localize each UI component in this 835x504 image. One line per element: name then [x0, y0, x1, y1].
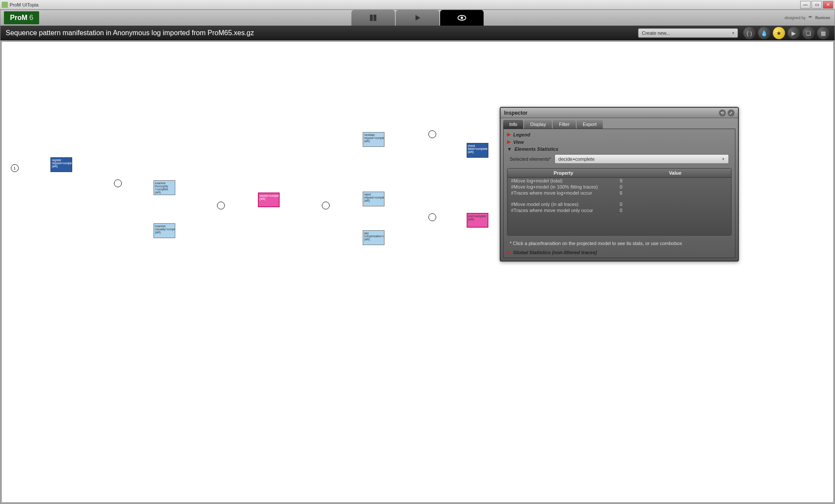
section-legend[interactable]: ▶ Legend [505, 131, 733, 138]
brand-label: fluxicon [815, 16, 830, 20]
minimize-button[interactable]: — [800, 1, 811, 9]
collapsed-arrow-icon: ▶ [507, 249, 511, 255]
stats-table-header: Property Value [508, 169, 731, 178]
svg-marker-2 [415, 15, 420, 21]
drop-icon[interactable]: 💧 [758, 27, 770, 39]
petri-transition[interactable]: reject request+complete (a/6) [363, 192, 384, 206]
svg-point-4 [461, 17, 463, 19]
stats-row: #Move log+model (in 100% fitting traces)… [508, 184, 731, 190]
maximize-button[interactable]: ▭ [812, 1, 822, 9]
stack-icon[interactable]: ❏ [802, 27, 815, 39]
stats-table-body: #Move log+model (total)9#Move log+model … [508, 178, 731, 213]
petri-place[interactable] [114, 179, 122, 187]
petri-transition[interactable]: examine casually+complete (a/6) [154, 223, 175, 238]
svg-rect-1 [374, 15, 376, 21]
app-icon [2, 2, 8, 8]
create-new-dropdown[interactable]: Create new... [638, 28, 738, 38]
stats-cell-value: 0 [616, 184, 731, 189]
window-titlebar: ProM UITopia — ▭ ✕ [0, 0, 835, 10]
stats-cell-property: #Move log+model (in 100% fitting traces) [508, 184, 616, 189]
stats-table: Property Value #Move log+model (total)9#… [507, 168, 731, 235]
workspace-icon [368, 13, 378, 23]
logo-version: 6 [29, 14, 33, 21]
stats-cell-value: 9 [616, 178, 731, 183]
petri-place[interactable]: 1 [11, 164, 19, 172]
app-container: ProM 6 designed by fluxicon Sequence pat… [0, 10, 835, 504]
play-action-icon[interactable]: ▶ [788, 27, 800, 39]
action-icons: ( ) 💧 ★ ▶ ❏ ▦ [743, 27, 829, 39]
stats-cell-value: 0 [616, 202, 731, 207]
inspector-title: Inspector [504, 110, 719, 116]
stats-th-property: Property [508, 169, 619, 177]
stats-cell-property: #Traces where move model only occur [508, 208, 616, 213]
section-elements-stats-label: Elements Statistics [514, 146, 558, 152]
inspector-tabs: InfoDisplayFilterExport [501, 118, 738, 129]
petri-transition[interactable]: decide+complete (a/6) [258, 192, 280, 207]
stats-cell-value: 6 [616, 190, 731, 196]
second-bar: Sequence pattern manifestation in Anonym… [0, 26, 835, 40]
window-controls: — ▭ ✕ [800, 1, 833, 9]
stats-th-value: Value [619, 169, 731, 177]
inspector-panel[interactable]: Inspector ⟲ ⤢ InfoDisplayFilterExport ▶ … [500, 107, 739, 262]
inspector-hint: * Click a place/transition on the projec… [505, 238, 733, 249]
petri-place[interactable] [428, 213, 436, 221]
collapsed-arrow-icon: ▶ [507, 139, 511, 145]
tab-workspace[interactable] [351, 10, 395, 26]
stats-row: #Move log+model (total)9 [508, 178, 731, 184]
selected-elements-row: Selected elements* decide+complete [505, 153, 733, 166]
petri-place[interactable] [217, 202, 225, 209]
section-view[interactable]: ▶ View [505, 138, 733, 146]
section-legend-label: Legend [513, 132, 530, 137]
petri-transition[interactable]: end+complete (a/6) [467, 213, 488, 228]
canvas-area[interactable]: 1register request+complete (a/6)examine … [1, 41, 834, 503]
petri-place[interactable] [322, 202, 330, 209]
section-global-statistics[interactable]: ▶ Global Statistics (non-filtered traces… [505, 249, 733, 256]
stats-cell-value: 0 [616, 208, 731, 213]
stats-table-spacer [508, 213, 731, 235]
window-title: ProM UITopia [10, 2, 800, 7]
parentheses-icon[interactable]: ( ) [743, 27, 755, 39]
stats-row: #Traces where move log+model occur6 [508, 190, 731, 196]
play-icon [413, 13, 422, 23]
inspector-refresh-icon[interactable]: ⟲ [719, 109, 726, 116]
collapsed-arrow-icon: ▶ [507, 132, 511, 137]
inspector-header[interactable]: Inspector ⟲ ⤢ [501, 108, 738, 118]
inspector-tab-export[interactable]: Export [577, 120, 603, 129]
section-view-label: View [513, 139, 524, 145]
petri-transition[interactable]: pay compensation+complete (a/6) [363, 230, 384, 245]
stats-cell-property: #Traces where move log+model occur [508, 190, 616, 196]
petri-transition[interactable]: reinitiate request+complete (a/6) [363, 132, 384, 147]
stats-row: #Move model only (in all traces)0 [508, 201, 731, 207]
create-new-label: Create new... [642, 30, 670, 36]
inspector-body: ▶ Legend ▶ View ▼ Elements Statistics Se… [503, 129, 735, 258]
tab-views[interactable] [440, 10, 484, 26]
expanded-arrow-icon: ▼ [507, 146, 512, 152]
section-global-stats-label: Global Statistics (non-filtered traces) [513, 250, 597, 255]
inspector-tab-display[interactable]: Display [524, 120, 552, 129]
selected-elements-dropdown[interactable]: decide+complete [554, 154, 729, 164]
star-icon[interactable]: ★ [773, 27, 785, 39]
inspector-expand-icon[interactable]: ⤢ [728, 109, 735, 116]
section-elements-statistics[interactable]: ▼ Elements Statistics [505, 146, 733, 153]
close-button[interactable]: ✕ [823, 1, 833, 9]
grid-icon[interactable]: ▦ [817, 27, 829, 39]
svg-rect-0 [370, 15, 373, 21]
petri-transition[interactable]: check ticket+complete (a/6) [467, 143, 488, 158]
center-tabs [351, 10, 484, 26]
inspector-tab-info[interactable]: Info [503, 120, 523, 129]
petri-place[interactable] [428, 130, 436, 138]
project-title: Sequence pattern manifestation in Anonym… [6, 29, 638, 37]
logo: ProM 6 [4, 11, 39, 24]
petri-transition[interactable]: examine thoroughly +complete (a/6) [154, 180, 175, 195]
selected-elements-label: Selected elements* [510, 156, 551, 162]
designed-by: designed by fluxicon [785, 15, 830, 21]
fluxicon-icon [807, 15, 813, 21]
selected-elements-value: decide+complete [558, 156, 595, 162]
inspector-tab-filter[interactable]: Filter [553, 120, 575, 129]
designed-by-label: designed by [785, 16, 806, 20]
petri-transition[interactable]: register request+complete (a/6) [50, 157, 72, 172]
eye-icon [457, 13, 467, 23]
top-toolbar: ProM 6 designed by fluxicon [0, 10, 835, 26]
stats-row: #Traces where move model only occur0 [508, 207, 731, 213]
tab-actions[interactable] [396, 10, 439, 26]
